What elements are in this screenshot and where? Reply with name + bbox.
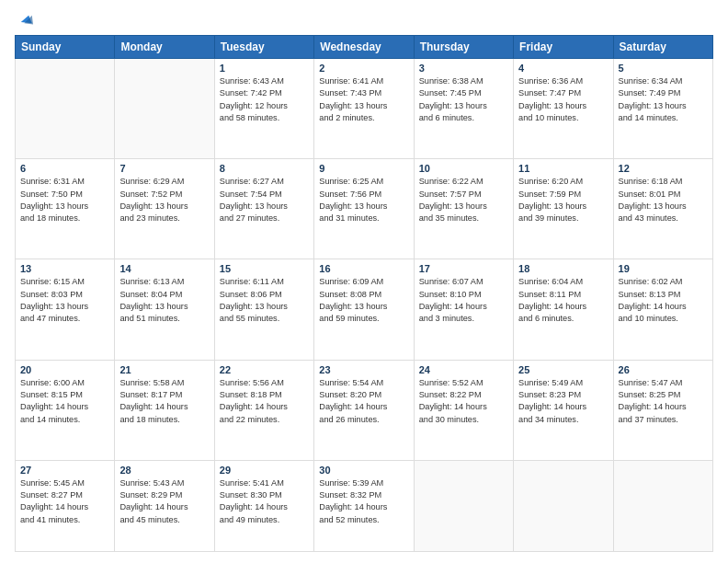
day-number: 2 [319,63,408,74]
calendar-cell: 12Sunrise: 6:18 AM Sunset: 8:01 PM Dayli… [613,159,712,259]
day-number: 29 [220,465,309,476]
calendar-cell: 10Sunrise: 6:22 AM Sunset: 7:57 PM Dayli… [414,159,513,259]
day-number: 17 [419,263,508,274]
day-number: 22 [220,364,309,375]
calendar-cell: 5Sunrise: 6:34 AM Sunset: 7:49 PM Daylig… [613,59,712,159]
day-number: 25 [518,364,608,375]
day-info: Sunrise: 6:25 AM Sunset: 7:56 PM Dayligh… [319,176,408,224]
day-info: Sunrise: 5:43 AM Sunset: 8:29 PM Dayligh… [119,477,209,526]
day-info: Sunrise: 6:00 AM Sunset: 8:15 PM Dayligh… [20,377,109,426]
day-number: 27 [20,465,109,476]
day-number: 5 [619,63,708,74]
day-number: 7 [119,163,209,174]
day-number: 15 [220,263,309,274]
day-number: 1 [220,63,309,74]
day-number: 8 [220,163,309,174]
day-info: Sunrise: 6:20 AM Sunset: 7:59 PM Dayligh… [518,176,608,224]
calendar-cell: 11Sunrise: 6:20 AM Sunset: 7:59 PM Dayli… [514,159,613,259]
calendar-cell: 21Sunrise: 5:58 AM Sunset: 8:17 PM Dayli… [115,360,214,460]
day-number: 12 [619,163,708,174]
calendar-cell [16,59,115,159]
day-number: 20 [20,364,109,375]
day-info: Sunrise: 5:54 AM Sunset: 8:20 PM Dayligh… [319,377,408,426]
calendar-week-2: 6Sunrise: 6:31 AM Sunset: 7:50 PM Daylig… [16,159,713,259]
calendar-cell: 7Sunrise: 6:29 AM Sunset: 7:52 PM Daylig… [115,159,214,259]
calendar-cell [115,59,214,159]
calendar-cell: 14Sunrise: 6:13 AM Sunset: 8:04 PM Dayli… [115,259,214,360]
day-number: 9 [319,163,408,174]
day-number: 21 [119,364,209,375]
logo-icon [17,11,33,28]
day-info: Sunrise: 6:27 AM Sunset: 7:54 PM Dayligh… [220,176,309,224]
calendar-week-1: 1Sunrise: 6:43 AM Sunset: 7:42 PM Daylig… [16,59,713,159]
calendar-cell: 15Sunrise: 6:11 AM Sunset: 8:06 PM Dayli… [214,259,313,360]
day-info: Sunrise: 5:41 AM Sunset: 8:30 PM Dayligh… [220,477,309,526]
calendar-cell: 23Sunrise: 5:54 AM Sunset: 8:20 PM Dayli… [314,360,414,460]
calendar-cell: 16Sunrise: 6:09 AM Sunset: 8:08 PM Dayli… [314,259,414,360]
day-info: Sunrise: 6:31 AM Sunset: 7:50 PM Dayligh… [20,176,109,224]
day-number: 28 [119,465,209,476]
calendar-header-friday: Friday [514,36,613,59]
day-info: Sunrise: 5:39 AM Sunset: 8:32 PM Dayligh… [319,477,408,526]
day-number: 16 [319,263,408,274]
day-info: Sunrise: 6:15 AM Sunset: 8:03 PM Dayligh… [20,276,109,325]
day-info: Sunrise: 5:52 AM Sunset: 8:22 PM Dayligh… [419,377,508,426]
calendar-header-saturday: Saturday [613,36,712,59]
calendar-week-3: 13Sunrise: 6:15 AM Sunset: 8:03 PM Dayli… [16,259,713,360]
day-info: Sunrise: 6:38 AM Sunset: 7:45 PM Dayligh… [419,75,508,124]
day-number: 3 [419,63,508,74]
day-info: Sunrise: 6:34 AM Sunset: 7:49 PM Dayligh… [619,75,708,124]
day-number: 4 [518,63,608,74]
day-info: Sunrise: 6:18 AM Sunset: 8:01 PM Dayligh… [619,176,708,224]
day-info: Sunrise: 6:11 AM Sunset: 8:06 PM Dayligh… [220,276,309,325]
day-info: Sunrise: 5:49 AM Sunset: 8:23 PM Dayligh… [518,377,608,426]
day-number: 14 [119,263,209,274]
calendar-cell: 29Sunrise: 5:41 AM Sunset: 8:30 PM Dayli… [214,460,313,551]
calendar-cell: 9Sunrise: 6:25 AM Sunset: 7:56 PM Daylig… [314,159,414,259]
calendar-cell: 25Sunrise: 5:49 AM Sunset: 8:23 PM Dayli… [514,360,613,460]
calendar-cell: 17Sunrise: 6:07 AM Sunset: 8:10 PM Dayli… [414,259,513,360]
calendar-table: SundayMondayTuesdayWednesdayThursdayFrid… [15,35,713,552]
calendar-cell [514,460,613,551]
day-number: 26 [619,364,708,375]
day-info: Sunrise: 5:47 AM Sunset: 8:25 PM Dayligh… [619,377,708,426]
day-info: Sunrise: 6:07 AM Sunset: 8:10 PM Dayligh… [419,276,508,325]
calendar-week-4: 20Sunrise: 6:00 AM Sunset: 8:15 PM Dayli… [16,360,713,460]
calendar-cell: 19Sunrise: 6:02 AM Sunset: 8:13 PM Dayli… [613,259,712,360]
calendar-cell: 2Sunrise: 6:41 AM Sunset: 7:43 PM Daylig… [314,59,414,159]
day-info: Sunrise: 6:43 AM Sunset: 7:42 PM Dayligh… [220,75,309,124]
calendar-cell: 13Sunrise: 6:15 AM Sunset: 8:03 PM Dayli… [16,259,115,360]
calendar-cell: 26Sunrise: 5:47 AM Sunset: 8:25 PM Dayli… [613,360,712,460]
day-info: Sunrise: 6:41 AM Sunset: 7:43 PM Dayligh… [319,75,408,124]
calendar-header-tuesday: Tuesday [214,36,313,59]
day-info: Sunrise: 6:13 AM Sunset: 8:04 PM Dayligh… [119,276,209,325]
day-number: 10 [419,163,508,174]
calendar-cell: 18Sunrise: 6:04 AM Sunset: 8:11 PM Dayli… [514,259,613,360]
day-info: Sunrise: 6:04 AM Sunset: 8:11 PM Dayligh… [518,276,608,325]
calendar-header-wednesday: Wednesday [314,36,414,59]
day-info: Sunrise: 6:02 AM Sunset: 8:13 PM Dayligh… [619,276,708,325]
logo [15,11,33,28]
day-info: Sunrise: 6:22 AM Sunset: 7:57 PM Dayligh… [419,176,508,224]
calendar-cell: 1Sunrise: 6:43 AM Sunset: 7:42 PM Daylig… [214,59,313,159]
calendar-cell [414,460,513,551]
day-number: 19 [619,263,708,274]
calendar-cell [613,460,712,551]
day-number: 24 [419,364,508,375]
calendar-cell: 6Sunrise: 6:31 AM Sunset: 7:50 PM Daylig… [16,159,115,259]
day-info: Sunrise: 5:56 AM Sunset: 8:18 PM Dayligh… [220,377,309,426]
calendar-cell: 27Sunrise: 5:45 AM Sunset: 8:27 PM Dayli… [16,460,115,551]
day-number: 13 [20,263,109,274]
day-number: 6 [20,163,109,174]
calendar-cell: 30Sunrise: 5:39 AM Sunset: 8:32 PM Dayli… [314,460,414,551]
calendar-header-row: SundayMondayTuesdayWednesdayThursdayFrid… [16,36,713,59]
page: SundayMondayTuesdayWednesdayThursdayFrid… [0,0,728,563]
calendar-week-5: 27Sunrise: 5:45 AM Sunset: 8:27 PM Dayli… [16,460,713,551]
calendar-cell: 28Sunrise: 5:43 AM Sunset: 8:29 PM Dayli… [115,460,214,551]
day-number: 23 [319,364,408,375]
day-info: Sunrise: 6:09 AM Sunset: 8:08 PM Dayligh… [319,276,408,325]
calendar-header-sunday: Sunday [16,36,115,59]
day-info: Sunrise: 6:29 AM Sunset: 7:52 PM Dayligh… [119,176,209,224]
header [15,11,713,28]
calendar-cell: 8Sunrise: 6:27 AM Sunset: 7:54 PM Daylig… [214,159,313,259]
